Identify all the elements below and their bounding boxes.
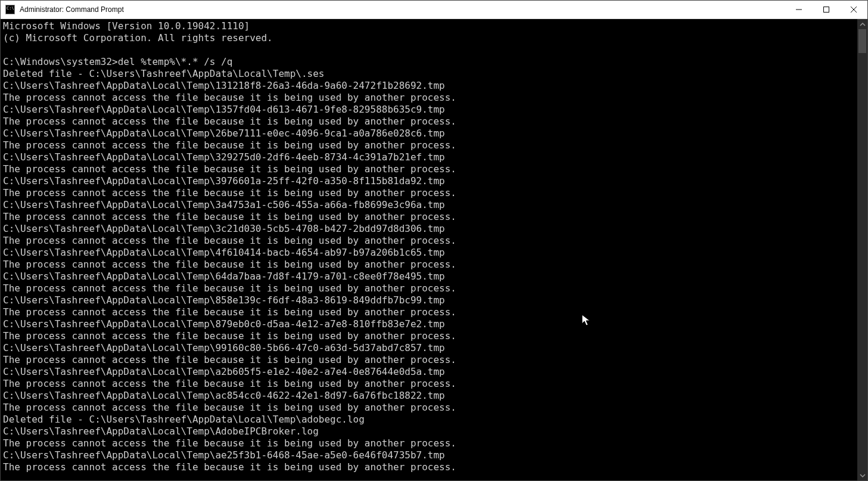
close-icon	[851, 7, 857, 13]
svg-rect-0	[824, 7, 829, 13]
minimize-button[interactable]	[785, 1, 813, 18]
maximize-button[interactable]	[813, 1, 840, 18]
window-title: Administrator: Command Prompt	[20, 5, 785, 14]
chevron-up-icon	[860, 21, 866, 27]
scroll-down-button[interactable]	[857, 470, 867, 480]
scrollbar-track[interactable]	[857, 29, 867, 470]
command-prompt-window: Administrator: Command Prompt Microsoft …	[0, 0, 868, 481]
close-button[interactable]	[840, 1, 867, 18]
client-area: Microsoft Windows [Version 10.0.19042.11…	[1, 19, 867, 480]
titlebar[interactable]: Administrator: Command Prompt	[1, 1, 867, 19]
vertical-scrollbar[interactable]	[857, 19, 867, 480]
terminal-output[interactable]: Microsoft Windows [Version 10.0.19042.11…	[1, 19, 857, 480]
window-controls	[785, 1, 867, 18]
cmd-icon	[5, 5, 15, 14]
maximize-icon	[823, 7, 829, 13]
chevron-down-icon	[860, 473, 866, 479]
scrollbar-thumb[interactable]	[858, 29, 866, 53]
minimize-icon	[796, 7, 802, 13]
scroll-up-button[interactable]	[857, 19, 867, 29]
